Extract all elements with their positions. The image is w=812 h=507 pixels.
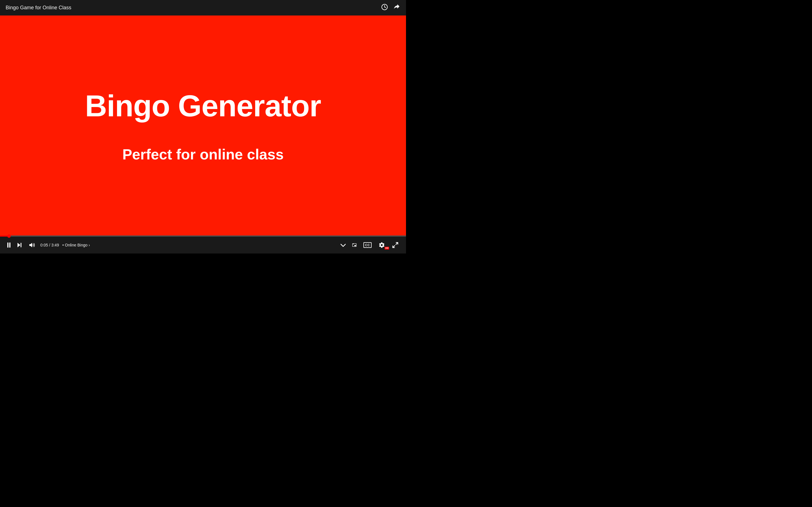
settings-button[interactable]: HD [375, 242, 388, 248]
chapters-button[interactable] [337, 242, 349, 248]
skip-icon [16, 242, 23, 248]
top-bar: Bingo Game for Online Class [0, 0, 406, 15]
video-title: Bingo Game for Online Class [6, 5, 71, 11]
volume-icon [29, 242, 35, 248]
miniplayer-icon [352, 242, 357, 248]
miniplayer-button[interactable] [349, 240, 359, 250]
share-icon[interactable] [393, 3, 400, 12]
chapter-info[interactable]: • Online Bingo › [61, 243, 91, 247]
fullscreen-button[interactable] [389, 242, 402, 248]
current-time: 0:05 [40, 243, 48, 247]
clock-icon[interactable] [381, 4, 388, 12]
video-subtitle: Perfect for online class [122, 146, 284, 163]
captions-button[interactable]: CC [361, 242, 374, 248]
top-bar-icons [381, 3, 400, 12]
time-separator: / [49, 243, 51, 247]
fullscreen-icon [392, 242, 399, 248]
svg-rect-4 [20, 243, 21, 247]
right-controls: CC HD [349, 240, 402, 250]
pause-icon [7, 242, 10, 247]
chapter-chevron: › [89, 243, 90, 247]
chevron-down-icon [340, 242, 347, 248]
captions-icon: CC [363, 242, 371, 248]
chapter-label: Online Bingo [65, 243, 87, 247]
settings-icon [378, 242, 385, 248]
total-time: 3:49 [51, 243, 59, 247]
bullet-separator: • [62, 243, 64, 247]
pause-button[interactable] [4, 242, 13, 247]
video-content: Bingo Generator Perfect for online class [0, 15, 406, 235]
svg-rect-7 [354, 245, 356, 246]
svg-line-2 [385, 7, 386, 8]
controls-bar: 0:05 / 3:49 • Online Bingo › [0, 237, 406, 253]
volume-button[interactable] [26, 242, 38, 248]
svg-marker-3 [17, 243, 20, 247]
hd-badge: HD [385, 247, 389, 249]
svg-marker-5 [29, 243, 32, 247]
progress-bar-fill [0, 235, 9, 237]
video-main-title: Bingo Generator [85, 88, 321, 123]
skip-button[interactable] [13, 242, 26, 248]
progress-bar-track[interactable] [0, 235, 406, 237]
time-display: 0:05 / 3:49 [38, 243, 61, 247]
video-player: Bingo Game for Online Class Bingo Genera… [0, 0, 406, 253]
